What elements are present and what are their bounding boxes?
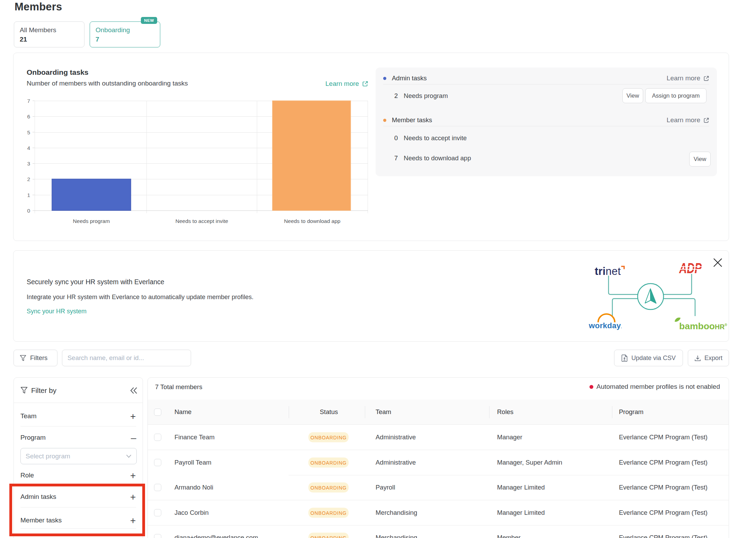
svg-text:Needs to download app: Needs to download app [284, 218, 341, 224]
svg-text:trinet: trinet [595, 265, 621, 277]
svg-text:Needs to accept invite: Needs to accept invite [176, 218, 228, 224]
svg-text:2: 2 [27, 176, 30, 182]
svg-text:6: 6 [27, 114, 30, 119]
svg-text:1: 1 [27, 192, 30, 198]
svg-text:0: 0 [27, 208, 30, 214]
svg-text:workday.: workday. [588, 321, 622, 330]
svg-text:bambooHR®: bambooHR® [679, 321, 727, 331]
svg-text:3: 3 [27, 161, 30, 167]
svg-text:ADP: ADP [679, 260, 702, 276]
svg-text:7: 7 [27, 98, 30, 104]
svg-text:4: 4 [27, 145, 30, 151]
svg-text:5: 5 [27, 129, 30, 135]
svg-text:Needs program: Needs program [73, 218, 110, 224]
